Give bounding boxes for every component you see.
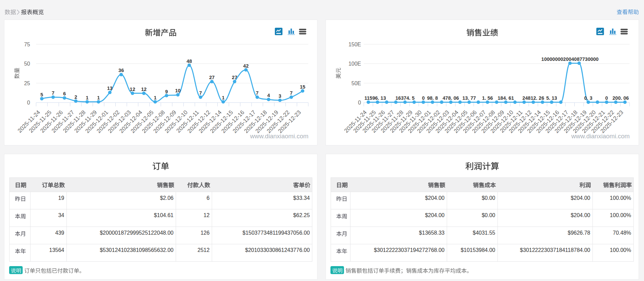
svg-text:100.00%: 100.00% [610, 195, 631, 201]
svg-text:10: 10 [175, 88, 181, 93]
svg-text:0: 0 [358, 100, 361, 106]
svg-text:15: 15 [300, 84, 305, 90]
svg-text:$204.00: $204.00 [425, 195, 445, 201]
svg-text:5. 13: 5. 13 [546, 95, 557, 101]
svg-text:2: 2 [74, 94, 77, 100]
svg-text:48: 48 [187, 58, 192, 64]
svg-text:$30122223037194272768.00: $30122223037194272768.00 [374, 247, 445, 253]
svg-text:13: 13 [107, 86, 113, 91]
svg-text:42: 42 [243, 63, 248, 69]
svg-text:100E: 100E [349, 61, 361, 67]
svg-text:www.dianxiaomi.com: www.dianxiaomi.com [571, 133, 630, 140]
svg-text:1: 1 [86, 95, 89, 100]
svg-text:5: 5 [41, 92, 43, 97]
svg-text:$2.06: $2.06 [160, 195, 173, 201]
svg-text:4: 4 [267, 93, 270, 98]
svg-text:12: 12 [130, 87, 135, 92]
svg-text:50E: 50E [352, 80, 361, 86]
svg-text:50: 50 [24, 61, 30, 67]
svg-text:13564: 13564 [49, 247, 65, 253]
svg-text:36: 36 [118, 68, 124, 73]
svg-text:24812. 26: 24812. 26 [522, 95, 544, 101]
svg-text:$4031.55: $4031.55 [473, 230, 495, 236]
svg-text:150E: 150E [349, 42, 361, 47]
svg-text:34: 34 [58, 212, 64, 218]
svg-text:$62.25: $62.25 [293, 212, 310, 218]
svg-text:$200001872999525122048.00: $200001872999525122048.00 [100, 230, 173, 236]
svg-text:13. 77: 13. 77 [462, 95, 476, 101]
svg-text:478. 06: 478. 06 [443, 95, 459, 101]
svg-text:7: 7 [256, 90, 259, 96]
svg-text:$201033030861243776.00: $201033030861243776.00 [245, 247, 310, 253]
svg-text:www.dianxiaomi.com: www.dianxiaomi.com [250, 133, 309, 140]
svg-text:100.00%: 100.00% [610, 212, 631, 218]
svg-text:3: 3 [279, 93, 281, 99]
svg-text:0: 0 [605, 95, 608, 101]
svg-text:1: 1 [222, 95, 224, 100]
svg-text:27: 27 [232, 75, 237, 80]
svg-text:$9626.78: $9626.78 [568, 230, 590, 236]
svg-text:$33.34: $33.34 [293, 195, 310, 201]
svg-text:100000002004087730000: 100000002004087730000 [541, 56, 598, 62]
svg-text:$104.61: $104.61 [154, 212, 173, 218]
svg-text:7: 7 [290, 90, 293, 96]
svg-text:$0.00: $0.00 [482, 212, 495, 218]
svg-text:6: 6 [63, 91, 66, 96]
svg-text:0. 3: 0. 3 [584, 95, 592, 101]
svg-text:$204.00: $204.00 [425, 212, 445, 218]
svg-text:7: 7 [52, 90, 54, 96]
svg-text:$204.00: $204.00 [571, 195, 590, 201]
svg-text:200. 06: 200. 06 [613, 95, 629, 101]
svg-text:27: 27 [209, 75, 215, 80]
svg-text:$13658.33: $13658.33 [419, 230, 445, 236]
svg-text:1: 1 [154, 95, 157, 100]
svg-text:$10153984.00: $10153984.00 [461, 247, 495, 253]
svg-text:25: 25 [24, 80, 30, 86]
svg-text:9: 9 [165, 89, 168, 94]
svg-text:$1503773481199437056.00: $1503773481199437056.00 [242, 230, 310, 236]
svg-text:0: 0 [27, 100, 30, 106]
svg-text:439: 439 [55, 230, 64, 236]
svg-text:12: 12 [204, 212, 210, 218]
svg-text:$0.00: $0.00 [482, 195, 495, 201]
svg-text:12: 12 [141, 87, 146, 92]
svg-text:2512: 2512 [197, 247, 210, 253]
svg-text:1. 56: 1. 56 [482, 95, 493, 101]
svg-text:16374. 5: 16374. 5 [396, 95, 414, 101]
svg-text:98. 8: 98. 8 [427, 95, 438, 101]
svg-text:6: 6 [207, 195, 210, 201]
svg-text:126: 126 [200, 230, 210, 236]
svg-text:$204.00: $204.00 [571, 212, 590, 218]
svg-text:184. 61: 184. 61 [498, 95, 514, 101]
svg-text:$530124102381098565632.00: $530124102381098565632.00 [100, 247, 173, 253]
svg-text:$30122223037184118784.00: $30122223037184118784.00 [520, 247, 590, 253]
svg-text:11596. 13: 11596. 13 [364, 95, 386, 101]
svg-text:0: 0 [422, 95, 425, 101]
svg-text:75: 75 [24, 42, 30, 47]
svg-text:19: 19 [58, 195, 64, 201]
svg-text:7: 7 [199, 90, 202, 96]
svg-text:100.00%: 100.00% [610, 247, 631, 253]
svg-text:1: 1 [97, 95, 100, 100]
svg-text:70.48%: 70.48% [613, 230, 631, 236]
